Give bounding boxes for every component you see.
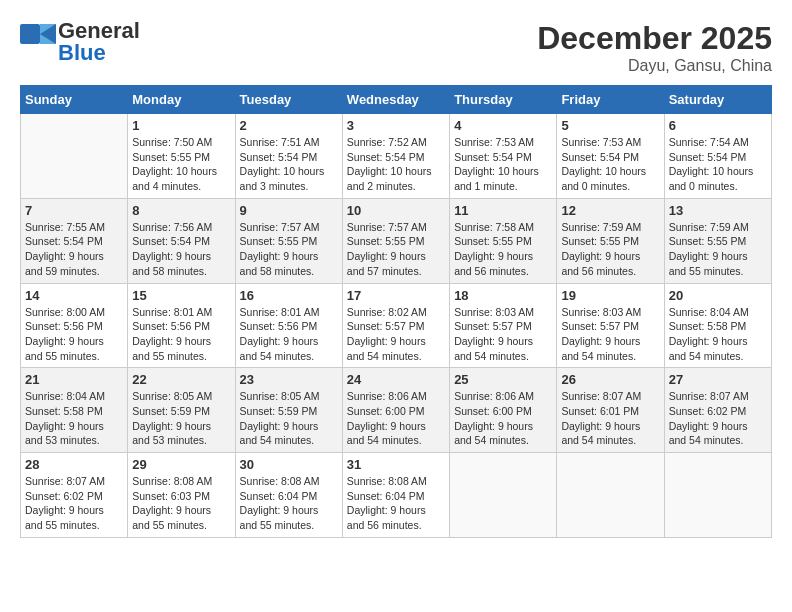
calendar-week-row: 21Sunrise: 8:04 AMSunset: 5:58 PMDayligh…: [21, 368, 772, 453]
calendar-cell: 18Sunrise: 8:03 AMSunset: 5:57 PMDayligh…: [450, 283, 557, 368]
calendar-cell: 20Sunrise: 8:04 AMSunset: 5:58 PMDayligh…: [664, 283, 771, 368]
day-info: Sunrise: 8:01 AMSunset: 5:56 PMDaylight:…: [132, 305, 230, 364]
day-number: 28: [25, 457, 123, 472]
day-info: Sunrise: 7:58 AMSunset: 5:55 PMDaylight:…: [454, 220, 552, 279]
day-number: 21: [25, 372, 123, 387]
day-info: Sunrise: 8:04 AMSunset: 5:58 PMDaylight:…: [25, 389, 123, 448]
day-info: Sunrise: 8:03 AMSunset: 5:57 PMDaylight:…: [454, 305, 552, 364]
day-info: Sunrise: 7:59 AMSunset: 5:55 PMDaylight:…: [561, 220, 659, 279]
day-info: Sunrise: 8:03 AMSunset: 5:57 PMDaylight:…: [561, 305, 659, 364]
calendar-cell: 15Sunrise: 8:01 AMSunset: 5:56 PMDayligh…: [128, 283, 235, 368]
calendar-cell: 17Sunrise: 8:02 AMSunset: 5:57 PMDayligh…: [342, 283, 449, 368]
weekday-header-tuesday: Tuesday: [235, 86, 342, 114]
weekday-header-saturday: Saturday: [664, 86, 771, 114]
day-info: Sunrise: 8:02 AMSunset: 5:57 PMDaylight:…: [347, 305, 445, 364]
weekday-header-monday: Monday: [128, 86, 235, 114]
calendar-cell: 2Sunrise: 7:51 AMSunset: 5:54 PMDaylight…: [235, 114, 342, 199]
day-number: 18: [454, 288, 552, 303]
day-info: Sunrise: 8:04 AMSunset: 5:58 PMDaylight:…: [669, 305, 767, 364]
day-number: 19: [561, 288, 659, 303]
day-number: 1: [132, 118, 230, 133]
calendar-cell: 27Sunrise: 8:07 AMSunset: 6:02 PMDayligh…: [664, 368, 771, 453]
weekday-header-friday: Friday: [557, 86, 664, 114]
day-info: Sunrise: 8:07 AMSunset: 6:01 PMDaylight:…: [561, 389, 659, 448]
calendar-cell: [21, 114, 128, 199]
calendar-table: SundayMondayTuesdayWednesdayThursdayFrid…: [20, 85, 772, 538]
day-number: 6: [669, 118, 767, 133]
weekday-header-row: SundayMondayTuesdayWednesdayThursdayFrid…: [21, 86, 772, 114]
weekday-header-sunday: Sunday: [21, 86, 128, 114]
day-info: Sunrise: 7:51 AMSunset: 5:54 PMDaylight:…: [240, 135, 338, 194]
day-number: 24: [347, 372, 445, 387]
logo-icon: [20, 24, 56, 60]
calendar-cell: 23Sunrise: 8:05 AMSunset: 5:59 PMDayligh…: [235, 368, 342, 453]
logo-blue: Blue: [58, 40, 106, 65]
day-info: Sunrise: 8:00 AMSunset: 5:56 PMDaylight:…: [25, 305, 123, 364]
day-number: 17: [347, 288, 445, 303]
day-number: 3: [347, 118, 445, 133]
day-number: 7: [25, 203, 123, 218]
calendar-cell: 28Sunrise: 8:07 AMSunset: 6:02 PMDayligh…: [21, 453, 128, 538]
calendar-cell: 6Sunrise: 7:54 AMSunset: 5:54 PMDaylight…: [664, 114, 771, 199]
day-info: Sunrise: 7:52 AMSunset: 5:54 PMDaylight:…: [347, 135, 445, 194]
day-number: 9: [240, 203, 338, 218]
day-info: Sunrise: 7:56 AMSunset: 5:54 PMDaylight:…: [132, 220, 230, 279]
title-area: December 2025 Dayu, Gansu, China: [537, 20, 772, 75]
day-number: 29: [132, 457, 230, 472]
day-info: Sunrise: 8:08 AMSunset: 6:04 PMDaylight:…: [240, 474, 338, 533]
day-info: Sunrise: 7:53 AMSunset: 5:54 PMDaylight:…: [561, 135, 659, 194]
day-info: Sunrise: 8:07 AMSunset: 6:02 PMDaylight:…: [25, 474, 123, 533]
calendar-cell: 22Sunrise: 8:05 AMSunset: 5:59 PMDayligh…: [128, 368, 235, 453]
calendar-cell: 29Sunrise: 8:08 AMSunset: 6:03 PMDayligh…: [128, 453, 235, 538]
day-number: 26: [561, 372, 659, 387]
day-info: Sunrise: 8:06 AMSunset: 6:00 PMDaylight:…: [454, 389, 552, 448]
day-number: 14: [25, 288, 123, 303]
day-number: 27: [669, 372, 767, 387]
calendar-cell: 11Sunrise: 7:58 AMSunset: 5:55 PMDayligh…: [450, 198, 557, 283]
calendar-cell: 26Sunrise: 8:07 AMSunset: 6:01 PMDayligh…: [557, 368, 664, 453]
day-number: 22: [132, 372, 230, 387]
day-info: Sunrise: 8:08 AMSunset: 6:03 PMDaylight:…: [132, 474, 230, 533]
day-number: 25: [454, 372, 552, 387]
calendar-cell: 31Sunrise: 8:08 AMSunset: 6:04 PMDayligh…: [342, 453, 449, 538]
day-info: Sunrise: 7:57 AMSunset: 5:55 PMDaylight:…: [240, 220, 338, 279]
day-info: Sunrise: 7:59 AMSunset: 5:55 PMDaylight:…: [669, 220, 767, 279]
day-number: 10: [347, 203, 445, 218]
day-info: Sunrise: 8:06 AMSunset: 6:00 PMDaylight:…: [347, 389, 445, 448]
location: Dayu, Gansu, China: [537, 57, 772, 75]
calendar-cell: 9Sunrise: 7:57 AMSunset: 5:55 PMDaylight…: [235, 198, 342, 283]
day-number: 5: [561, 118, 659, 133]
day-number: 4: [454, 118, 552, 133]
day-number: 13: [669, 203, 767, 218]
weekday-header-thursday: Thursday: [450, 86, 557, 114]
day-number: 23: [240, 372, 338, 387]
calendar-cell: 19Sunrise: 8:03 AMSunset: 5:57 PMDayligh…: [557, 283, 664, 368]
day-info: Sunrise: 8:07 AMSunset: 6:02 PMDaylight:…: [669, 389, 767, 448]
calendar-cell: 8Sunrise: 7:56 AMSunset: 5:54 PMDaylight…: [128, 198, 235, 283]
day-number: 16: [240, 288, 338, 303]
day-info: Sunrise: 7:55 AMSunset: 5:54 PMDaylight:…: [25, 220, 123, 279]
calendar-cell: [450, 453, 557, 538]
calendar-cell: 25Sunrise: 8:06 AMSunset: 6:00 PMDayligh…: [450, 368, 557, 453]
calendar-cell: 5Sunrise: 7:53 AMSunset: 5:54 PMDaylight…: [557, 114, 664, 199]
month-title: December 2025: [537, 20, 772, 57]
logo: General Blue: [20, 20, 140, 64]
day-info: Sunrise: 7:50 AMSunset: 5:55 PMDaylight:…: [132, 135, 230, 194]
day-number: 20: [669, 288, 767, 303]
day-number: 8: [132, 203, 230, 218]
day-number: 30: [240, 457, 338, 472]
calendar-cell: 14Sunrise: 8:00 AMSunset: 5:56 PMDayligh…: [21, 283, 128, 368]
calendar-cell: 1Sunrise: 7:50 AMSunset: 5:55 PMDaylight…: [128, 114, 235, 199]
day-info: Sunrise: 7:54 AMSunset: 5:54 PMDaylight:…: [669, 135, 767, 194]
weekday-header-wednesday: Wednesday: [342, 86, 449, 114]
calendar-cell: 16Sunrise: 8:01 AMSunset: 5:56 PMDayligh…: [235, 283, 342, 368]
day-info: Sunrise: 8:05 AMSunset: 5:59 PMDaylight:…: [132, 389, 230, 448]
calendar-cell: 3Sunrise: 7:52 AMSunset: 5:54 PMDaylight…: [342, 114, 449, 199]
day-info: Sunrise: 8:01 AMSunset: 5:56 PMDaylight:…: [240, 305, 338, 364]
day-number: 2: [240, 118, 338, 133]
calendar-week-row: 7Sunrise: 7:55 AMSunset: 5:54 PMDaylight…: [21, 198, 772, 283]
calendar-cell: 30Sunrise: 8:08 AMSunset: 6:04 PMDayligh…: [235, 453, 342, 538]
calendar-week-row: 28Sunrise: 8:07 AMSunset: 6:02 PMDayligh…: [21, 453, 772, 538]
svg-rect-0: [20, 24, 40, 44]
day-number: 15: [132, 288, 230, 303]
